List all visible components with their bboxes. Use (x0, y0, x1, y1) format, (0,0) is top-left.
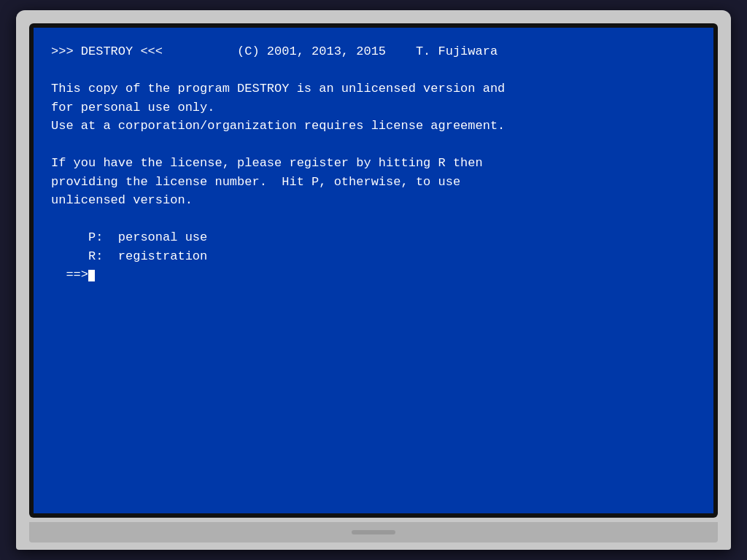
blank-2 (51, 136, 696, 155)
laptop-bottom-bar (29, 522, 718, 542)
screen-bezel: >>> DESTROY <<< (C) 2001, 2013, 2015 T. … (29, 23, 718, 518)
cursor (88, 270, 95, 281)
prompt-line[interactable]: ==> (51, 265, 696, 284)
blank-1 (51, 61, 696, 80)
copy-line-3: Use at a corporation/organization requir… (51, 117, 696, 136)
option-r: R: registration (51, 247, 696, 266)
prompt-text: ==> (51, 268, 88, 281)
title-line: >>> DESTROY <<< (C) 2001, 2013, 2015 T. … (51, 42, 696, 61)
copy-line-1: This copy of the program DESTROY is an u… (51, 79, 696, 98)
option-p: P: personal use (51, 228, 696, 247)
license-line-1: If you have the license, please register… (51, 154, 696, 173)
laptop-frame: >>> DESTROY <<< (C) 2001, 2013, 2015 T. … (16, 10, 731, 550)
terminal-screen[interactable]: >>> DESTROY <<< (C) 2001, 2013, 2015 T. … (34, 28, 713, 513)
copy-line-2: for personal use only. (51, 98, 696, 117)
license-line-3: unlicensed version. (51, 191, 696, 210)
blank-3 (51, 210, 696, 229)
license-line-2: providing the license number. Hit P, oth… (51, 173, 696, 192)
laptop-notch (352, 530, 395, 534)
